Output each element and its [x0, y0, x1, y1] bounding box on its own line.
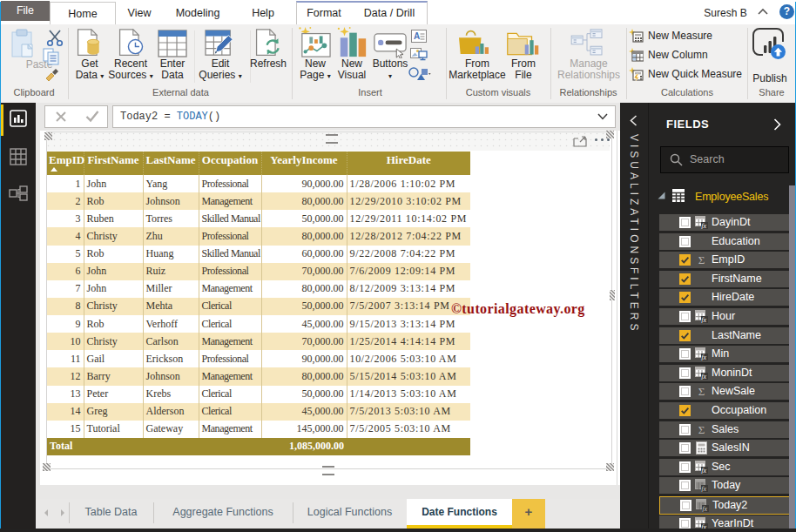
svg-text:fx: fx: [701, 354, 706, 360]
svg-text:A: A: [414, 31, 420, 41]
svg-text:fx: fx: [702, 505, 707, 512]
svg-text:fx: fx: [701, 222, 706, 229]
svg-text:fx: fx: [701, 485, 706, 492]
svg-text:fx: fx: [701, 373, 706, 380]
svg-text:fx: fx: [701, 467, 706, 474]
svg-text:fx: fx: [701, 316, 706, 323]
